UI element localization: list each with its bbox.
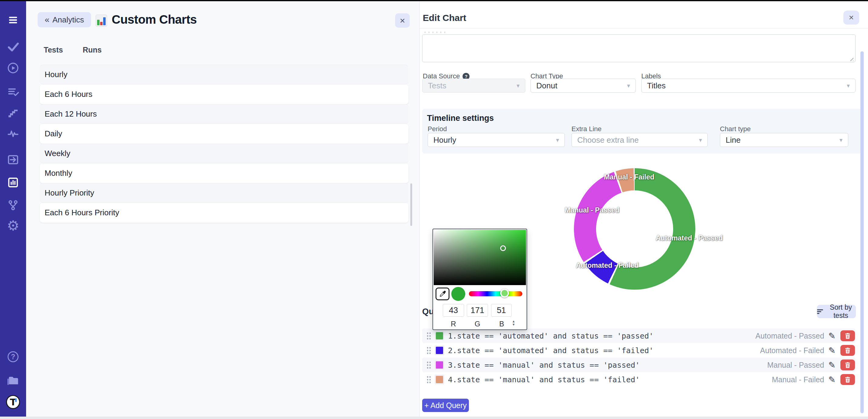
query-code: state == 'manual' and status == 'failed'	[457, 375, 640, 384]
green-value-input[interactable]	[467, 304, 488, 317]
query-row: 2.state == 'automated' and status == 'fa…	[422, 343, 856, 358]
query-code: state == 'manual' and status == 'passed'	[457, 361, 640, 369]
sidebar: ⚙ ? T	[0, 1, 26, 417]
bar-chart-icon[interactable]	[0, 176, 26, 189]
list-item[interactable]: Each 6 Hours	[40, 84, 408, 104]
query-color-swatch[interactable]	[435, 375, 444, 384]
git-branch-icon[interactable]	[0, 199, 26, 212]
period-label: Period	[428, 125, 447, 133]
custom-charts-panel: « Analytics Custom Charts × Tests Runs H…	[26, 1, 420, 417]
eyedropper-button[interactable]	[436, 288, 450, 300]
menu-icon[interactable]	[0, 14, 26, 26]
saturation-cursor[interactable]	[500, 245, 506, 251]
chevron-down-icon: ▾	[517, 82, 520, 89]
edit-panel-close-button[interactable]: ×	[843, 11, 859, 25]
extra-line-label: Extra Line	[571, 125, 601, 133]
edit-panel-title: Edit Chart	[423, 13, 466, 23]
trash-icon	[844, 332, 851, 339]
drag-handle-icon[interactable]	[426, 347, 432, 354]
tab-tests[interactable]: Tests	[44, 46, 63, 54]
chart-bars-icon	[96, 14, 107, 27]
query-color-swatch[interactable]	[435, 360, 444, 370]
chart-type-select[interactable]: Donut▾	[530, 79, 636, 93]
check-icon[interactable]	[0, 40, 26, 53]
period-select[interactable]: Hourly▾	[428, 133, 565, 147]
timeline-chart-type-label: Chart type	[720, 125, 751, 133]
charts-panel-close-button[interactable]: ×	[395, 13, 410, 28]
list-item[interactable]: Each 12 Hours	[40, 104, 408, 124]
tab-runs[interactable]: Runs	[83, 46, 102, 54]
edit-pencil-icon[interactable]: ✎	[829, 331, 836, 341]
edit-pencil-icon[interactable]: ✎	[829, 375, 836, 385]
list-item[interactable]: Each 6 Hours Priority	[40, 203, 408, 222]
trash-icon	[844, 361, 851, 368]
blue-channel-label: B	[491, 320, 512, 328]
drag-handle-icon[interactable]	[426, 361, 432, 369]
labels-select[interactable]: Titles▾	[641, 79, 856, 93]
list-item[interactable]: Hourly Priority	[40, 183, 408, 203]
list-item[interactable]: Monthly	[40, 163, 408, 183]
query-code: state == 'automated' and status == 'pass…	[457, 332, 653, 340]
timeline-heading: Timeline settings	[427, 114, 494, 123]
help-icon[interactable]: ?	[0, 351, 26, 362]
page-title: Custom Charts	[112, 13, 197, 26]
blue-value-input[interactable]	[491, 304, 512, 317]
color-mode-toggle-icon[interactable]: ▴▾	[513, 320, 515, 326]
edit-panel-scrollbar[interactable]	[860, 51, 864, 413]
delete-query-button[interactable]	[840, 374, 855, 385]
analytics-back-button[interactable]: « Analytics	[38, 12, 91, 27]
header-divider	[420, 28, 868, 29]
saturation-area[interactable]	[434, 230, 526, 285]
query-row: 3.state == 'manual' and status == 'passe…	[422, 358, 856, 372]
color-picker-popup: R G B ▴▾	[432, 229, 527, 330]
window-bottom-edge	[0, 417, 868, 419]
chevron-down-icon: ▾	[627, 82, 630, 89]
chart-text-field[interactable]	[422, 34, 856, 62]
query-number: 2.	[448, 346, 457, 355]
back-button-label: Analytics	[53, 15, 84, 25]
list-item[interactable]: Daily	[40, 124, 408, 144]
add-query-button[interactable]: + Add Query	[422, 399, 469, 412]
red-value-input[interactable]	[443, 304, 464, 317]
query-color-swatch[interactable]	[435, 331, 444, 341]
query-label: Manual - Failed	[772, 375, 824, 384]
steps-icon[interactable]	[0, 107, 26, 119]
edit-pencil-icon[interactable]: ✎	[829, 346, 836, 356]
activity-icon[interactable]	[0, 127, 26, 140]
chevron-down-icon: ▾	[847, 82, 850, 89]
gear-icon[interactable]: ⚙	[0, 219, 26, 232]
delete-query-button[interactable]	[840, 359, 855, 370]
current-color-swatch	[451, 287, 465, 301]
import-icon[interactable]	[0, 153, 26, 166]
hue-slider-handle[interactable]	[500, 289, 509, 298]
drag-handle-icon[interactable]	[426, 332, 432, 340]
edit-chart-panel: Edit Chart × Data Source ? Chart Type La…	[420, 1, 868, 417]
delete-query-button[interactable]	[840, 330, 855, 341]
donut-ring[interactable]	[574, 168, 695, 290]
list-item[interactable]: Hourly	[40, 65, 408, 84]
query-number: 3.	[448, 361, 457, 369]
folder-icon[interactable]	[0, 373, 26, 387]
edit-pencil-icon[interactable]: ✎	[829, 360, 836, 370]
query-color-swatch[interactable]	[435, 346, 444, 355]
green-channel-label: G	[467, 320, 488, 328]
red-channel-label: R	[443, 320, 464, 328]
list-check-icon[interactable]	[0, 85, 26, 98]
query-list: 1.state == 'automated' and status == 'pa…	[422, 329, 856, 387]
sort-by-tests-button[interactable]: Sort by tests	[817, 305, 856, 318]
drag-handle-icon[interactable]	[426, 376, 432, 384]
logo-avatar[interactable]: T	[0, 395, 26, 409]
chevron-left-icon: «	[44, 15, 50, 25]
trash-icon	[844, 347, 851, 354]
hue-slider[interactable]	[469, 291, 522, 296]
delete-query-button[interactable]	[840, 345, 855, 356]
data-source-select[interactable]: Tests▾	[422, 79, 525, 93]
extra-line-select[interactable]: Choose extra line▾	[571, 133, 708, 147]
timeline-chart-type-select[interactable]: Line▾	[720, 133, 848, 147]
list-scrollbar[interactable]	[410, 183, 412, 226]
list-item[interactable]: Weekly	[40, 144, 408, 163]
play-circle-icon[interactable]	[0, 62, 26, 74]
query-label: Manual - Passed	[767, 361, 824, 369]
donut-chart: Automated - Passed Automated - Failed Ma…	[574, 168, 695, 290]
chevron-down-icon: ▾	[699, 136, 702, 144]
